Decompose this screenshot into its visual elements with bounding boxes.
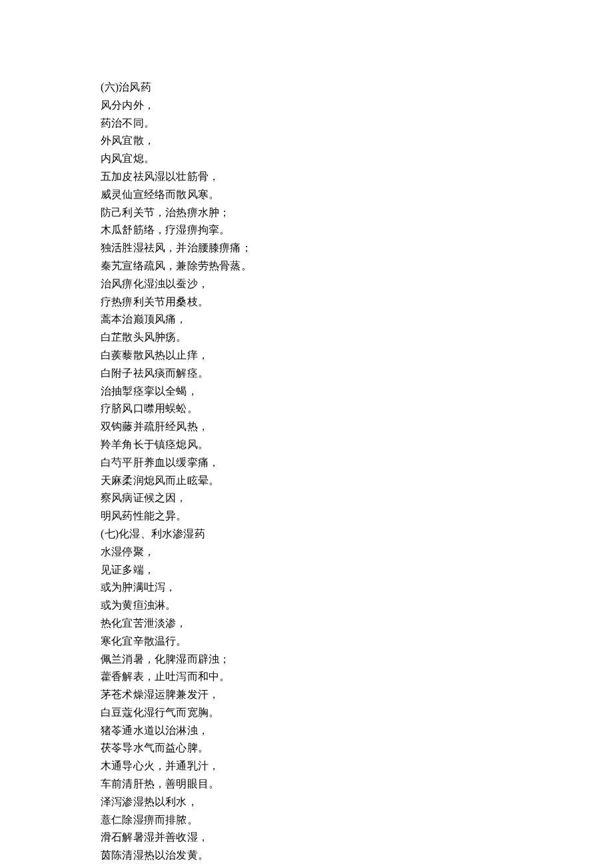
text-line: 或为肿满吐泻， [101,579,613,597]
text-line: 猪苓通水道以治淋浊， [101,722,613,740]
text-line: 佩兰消暑，化脾湿而辟浊； [101,651,613,669]
text-line: 羚羊角长于镇痉熄风。 [101,436,613,454]
text-line: 茯苓导水气而益心脾。 [101,739,613,757]
text-line: 疗热痹利关节用桑枝。 [101,293,613,311]
text-line: 白蒺藜散风热以止痒， [101,347,613,365]
text-line: 五加皮祛风湿以壮筋骨， [101,168,613,186]
text-line: 茵陈清湿热以治发黄。 [101,847,613,865]
text-line: (六)治风药 [101,79,613,97]
text-line: 药治不同。 [101,115,613,133]
text-line: 威灵仙宣经络而散风寒。 [101,186,613,204]
text-line: 车前清肝热，善明眼目。 [101,775,613,793]
text-line: 独活胜湿祛风，并治腰膝痹痛； [101,239,613,257]
text-line: 见证多端， [101,561,613,579]
text-line: 或为黄疸浊淋。 [101,597,613,615]
text-line: 滑石解暑湿并善收湿， [101,829,613,847]
text-line: 泽泻渗湿热以利水， [101,793,613,811]
text-line: 蒿本治巅顶风痛， [101,311,613,329]
text-line: (七)化湿、利水渗湿药 [101,525,613,543]
text-line: 藿香解表，止吐泻而和中。 [101,668,613,686]
text-line: 防己利关节，治热痹水肿； [101,204,613,222]
text-line: 白豆蔻化湿行气而宽胸。 [101,704,613,722]
text-line: 内风宜熄。 [101,150,613,168]
text-line: 白附子祛风痰而解痉。 [101,365,613,383]
text-line: 疗脐风口噤用蜈蚣。 [101,400,613,418]
text-line: 木瓜舒筋络，疗湿痹拘挛。 [101,221,613,239]
document-page: (六)治风药 风分内外， 药治不同。 外风宜散， 内风宜熄。 五加皮祛风湿以壮筋… [0,0,613,868]
text-line: 治风痹化湿浊以蚕沙， [101,275,613,293]
text-line: 双钩藤并疏肝经风热， [101,418,613,436]
text-line: 治抽掣痉挛以全蝎， [101,383,613,401]
text-line: 茅苍术燥湿运脾兼发汗， [101,686,613,704]
text-line: 外风宜散， [101,132,613,150]
text-line: 天麻柔润熄风而止眩晕。 [101,472,613,490]
text-line: 热化宜苦泄淡渗， [101,615,613,633]
text-line: 察风病证候之因， [101,489,613,507]
text-line: 木通导心火，并通乳汁， [101,757,613,775]
text-line: 秦艽宣络疏风，兼除劳热骨蒸。 [101,257,613,275]
text-line: 寒化宜辛散温行。 [101,633,613,651]
text-line: 白芍平肝养血以缓挛痛， [101,454,613,472]
text-line: 薏仁除湿痹而排脓。 [101,811,613,829]
text-line: 水湿停聚， [101,543,613,561]
text-line: 明风药性能之异。 [101,507,613,525]
text-line: 风分内外， [101,97,613,115]
text-line: 白芷散头风肿疡。 [101,329,613,347]
